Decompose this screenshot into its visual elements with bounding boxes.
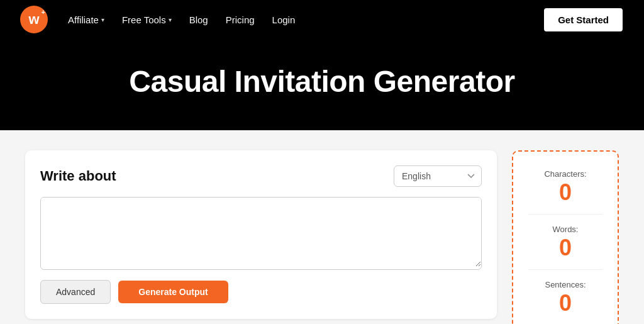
words-value: 0 [559,237,572,259]
sentences-label: Sentences: [545,280,586,289]
write-about-input[interactable] [41,198,481,267]
words-label: Words: [553,225,579,234]
textarea-wrapper [40,197,482,270]
page-title: Casual Invitation Generator [13,64,631,99]
characters-stat: Characters: 0 [528,164,602,209]
main-content: Write about English Spanish French Germa… [0,130,644,324]
logo-plus: + [42,8,45,16]
advanced-button[interactable]: Advanced [40,280,111,304]
hero-section: Casual Invitation Generator [0,39,644,130]
nav-link-pricing[interactable]: Pricing [226,14,255,25]
write-about-title: Write about [40,168,116,184]
sentences-value: 0 [559,292,572,315]
generate-output-button[interactable]: Generate Output [118,281,228,303]
stat-divider-2 [528,269,602,270]
language-select[interactable]: English Spanish French German Portuguese [394,165,482,187]
navbar-right: Get Started [543,7,624,33]
logo-letter: w [28,11,39,28]
stats-card: Characters: 0 Words: 0 Sentences: 0 [512,150,619,324]
chevron-down-icon: ▾ [101,16,104,23]
characters-value: 0 [559,181,572,204]
sentences-stat: Sentences: 0 [528,275,602,320]
nav-links: Affiliate ▾ Free Tools ▾ Blog Pricing Lo… [68,14,295,25]
nav-link-affiliate[interactable]: Affiliate ▾ [68,14,104,25]
get-started-button[interactable]: Get Started [543,7,624,33]
nav-link-blog-label: Blog [189,14,208,25]
nav-link-login-label: Login [272,14,296,25]
nav-link-free-tools-label: Free Tools [122,14,166,25]
navbar: w + Affiliate ▾ Free Tools ▾ Blog Pricin… [0,0,644,39]
write-card-header: Write about English Spanish French Germa… [40,165,482,187]
nav-link-affiliate-label: Affiliate [68,14,99,25]
characters-label: Characters: [544,169,586,179]
nav-link-blog[interactable]: Blog [189,14,208,25]
nav-link-login[interactable]: Login [272,14,296,25]
write-about-card: Write about English Spanish French Germa… [25,150,497,319]
card-actions: Advanced Generate Output [40,280,482,304]
chevron-down-icon: ▾ [169,16,172,23]
nav-link-pricing-label: Pricing [226,14,255,25]
navbar-left: w + Affiliate ▾ Free Tools ▾ Blog Pricin… [20,6,295,33]
nav-link-free-tools[interactable]: Free Tools ▾ [122,14,172,25]
stat-divider-1 [528,214,602,215]
logo[interactable]: w + [20,6,48,33]
words-stat: Words: 0 [528,220,602,264]
